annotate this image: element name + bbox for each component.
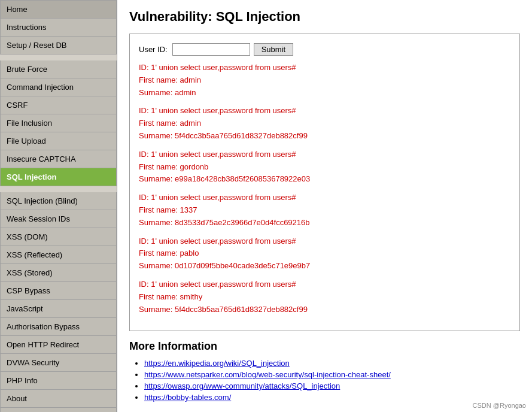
more-info-link[interactable]: https://en.wikipedia.org/wiki/SQL_inject…: [144, 359, 290, 368]
more-info-link-item: https://en.wikipedia.org/wiki/SQL_inject…: [144, 359, 520, 368]
result-entry: ID: 1' union select user,password from u…: [139, 192, 510, 229]
user-id-input[interactable]: [172, 43, 250, 56]
sidebar-item-sql-injection[interactable]: SQL Injection: [0, 168, 117, 186]
sidebar-item-insecure-captcha[interactable]: Insecure CAPTCHA: [0, 150, 117, 168]
watermark: CSDN @Ryongao: [473, 402, 526, 409]
more-info-link-item: https://owasp.org/www-community/attacks/…: [144, 381, 520, 390]
sidebar-item-logout[interactable]: Logout: [0, 408, 117, 412]
sidebar: HomeInstructionsSetup / Reset DBBrute Fo…: [0, 0, 117, 412]
page-title: Vulnerability: SQL Injection: [129, 9, 520, 25]
sidebar-item-xss-dom[interactable]: XSS (DOM): [0, 228, 117, 246]
sidebar-item-file-inclusion[interactable]: File Inclusion: [0, 114, 117, 132]
sidebar-item-about[interactable]: About: [0, 390, 117, 408]
sidebar-item-brute-force[interactable]: Brute Force: [0, 60, 117, 78]
form-row-userid: User ID: Submit: [139, 43, 510, 56]
sidebar-item-php-info[interactable]: PHP Info: [0, 372, 117, 390]
submit-button[interactable]: Submit: [254, 43, 293, 56]
sidebar-item-xss-stored[interactable]: XSS (Stored): [0, 264, 117, 282]
sidebar-item-setup[interactable]: Setup / Reset DB: [0, 37, 117, 54]
result-entry: ID: 1' union select user,password from u…: [139, 235, 510, 272]
more-info-section: More Information https://en.wikipedia.or…: [129, 340, 520, 402]
more-info-link[interactable]: https://www.netsparker.com/blog/web-secu…: [144, 370, 391, 379]
sidebar-item-xss-reflected[interactable]: XSS (Reflected): [0, 246, 117, 264]
sidebar-item-open-http-redirect[interactable]: Open HTTP Redirect: [0, 336, 117, 354]
more-info-title: More Information: [129, 340, 520, 353]
more-info-link[interactable]: https://owasp.org/www-community/attacks/…: [144, 381, 340, 390]
result-entry: ID: 1' union select user,password from u…: [139, 278, 510, 316]
result-entry: ID: 1' union select user,password from u…: [139, 105, 510, 142]
sidebar-item-authorisation-bypass[interactable]: Authorisation Bypass: [0, 318, 117, 336]
sidebar-item-instructions[interactable]: Instructions: [0, 19, 117, 37]
sql-injection-form-box: User ID: Submit ID: 1' union select user…: [129, 34, 520, 331]
sidebar-item-javascript[interactable]: JavaScript: [0, 300, 117, 318]
main-content: Vulnerability: SQL Injection User ID: Su…: [117, 0, 532, 412]
more-info-link-item: https://www.netsparker.com/blog/web-secu…: [144, 370, 520, 379]
sidebar-item-dvwa-security[interactable]: DVWA Security: [0, 354, 117, 372]
more-info-link[interactable]: https://bobby-tables.com/: [144, 393, 231, 402]
more-info-links-list: https://en.wikipedia.org/wiki/SQL_inject…: [129, 359, 520, 402]
results-area: ID: 1' union select user,password from u…: [139, 62, 510, 316]
sidebar-item-sql-injection-blind[interactable]: SQL Injection (Blind): [0, 192, 117, 210]
sidebar-item-command-injection[interactable]: Command Injection: [0, 78, 117, 96]
sidebar-item-home[interactable]: Home: [0, 0, 117, 19]
sidebar-item-csrf[interactable]: CSRF: [0, 96, 117, 114]
sidebar-item-file-upload[interactable]: File Upload: [0, 132, 117, 150]
result-entry: ID: 1' union select user,password from u…: [139, 149, 510, 186]
result-entry: ID: 1' union select user,password from u…: [139, 62, 510, 99]
more-info-link-item: https://bobby-tables.com/: [144, 393, 520, 402]
user-id-label: User ID:: [139, 45, 168, 54]
sidebar-spacer: [0, 186, 117, 192]
sidebar-item-csp-bypass[interactable]: CSP Bypass: [0, 282, 117, 300]
sidebar-spacer: [0, 54, 117, 60]
sidebar-item-weak-session-ids[interactable]: Weak Session IDs: [0, 210, 117, 228]
